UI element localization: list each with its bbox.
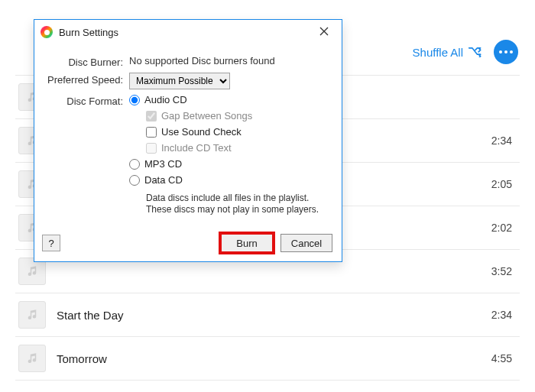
table-row[interactable]: Tomorrow 4:55 <box>15 337 520 381</box>
track-duration: 2:02 <box>491 222 517 234</box>
disc-format-label: Disc Format: <box>47 94 123 107</box>
album-art-placeholder <box>18 301 46 329</box>
audio-cd-radio[interactable] <box>129 95 140 105</box>
track-duration: 2:05 <box>491 178 517 190</box>
album-art-placeholder <box>18 345 46 372</box>
mp3-cd-option[interactable]: MP3 CD <box>129 158 329 170</box>
data-cd-option[interactable]: Data CD <box>129 174 329 186</box>
dialog-title: Burn Settings <box>59 27 308 38</box>
track-duration: 2:34 <box>491 309 517 321</box>
track-duration: 3:52 <box>491 265 517 277</box>
more-actions-button[interactable] <box>494 40 518 64</box>
data-cd-label: Data CD <box>144 174 183 186</box>
data-cd-radio[interactable] <box>129 175 140 186</box>
dialog-footer: ? Burn Cancel <box>34 228 342 261</box>
include-cd-text-option: Include CD Text <box>129 142 329 154</box>
track-title: Start the Day <box>57 309 481 322</box>
itunes-icon <box>41 26 53 38</box>
close-button[interactable] <box>308 21 340 43</box>
mp3-cd-label: MP3 CD <box>144 158 182 170</box>
burn-button[interactable]: Burn <box>221 234 273 252</box>
include-cd-text-label: Include CD Text <box>161 142 232 154</box>
dialog-titlebar[interactable]: Burn Settings <box>34 20 342 44</box>
audio-cd-option[interactable]: Audio CD <box>129 94 329 105</box>
track-duration: 4:55 <box>491 352 517 364</box>
mp3-cd-radio[interactable] <box>129 159 140 170</box>
shuffle-all-button[interactable]: Shuffle All <box>413 45 483 60</box>
help-button[interactable]: ? <box>42 235 60 251</box>
dialog-body: Disc Burner: No supported Disc burners f… <box>34 44 342 228</box>
use-sound-check-option[interactable]: Use Sound Check <box>129 126 329 138</box>
preferred-speed-label: Preferred Speed: <box>47 73 123 86</box>
include-cd-text-checkbox <box>146 143 157 154</box>
track-duration: 2:34 <box>491 134 517 147</box>
disc-burner-value: No supported Disc burners found <box>129 55 329 66</box>
track-title: Tomorrow <box>57 352 481 365</box>
disc-burner-label: Disc Burner: <box>47 55 123 68</box>
use-sound-check-checkbox[interactable] <box>146 127 157 138</box>
gap-between-songs-label: Gap Between Songs <box>161 110 252 121</box>
shuffle-icon <box>468 45 483 60</box>
burn-settings-dialog: Burn Settings Disc Burner: No supported … <box>34 19 342 262</box>
close-icon <box>319 27 329 38</box>
audio-cd-label: Audio CD <box>144 94 187 105</box>
gap-between-songs-checkbox <box>146 111 157 121</box>
shuffle-all-label: Shuffle All <box>413 46 463 59</box>
cancel-button[interactable]: Cancel <box>280 234 332 252</box>
gap-between-songs-option: Gap Between Songs <box>129 110 329 121</box>
table-row[interactable]: Start the Day 2:34 <box>15 293 520 337</box>
data-cd-note: Data discs include all files in the play… <box>129 190 329 215</box>
preferred-speed-select[interactable]: Maximum Possible <box>129 73 230 89</box>
use-sound-check-label: Use Sound Check <box>161 126 242 138</box>
ellipsis-icon <box>499 50 513 53</box>
